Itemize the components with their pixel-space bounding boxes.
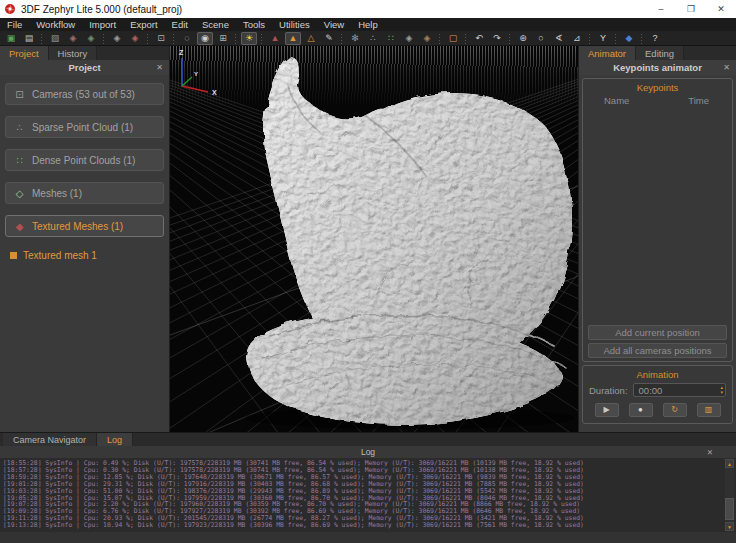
viewport-3d[interactable]: Z X Y: [170, 46, 578, 432]
menu-bar: FileWorkflowImportExportEditSceneToolsUt…: [0, 18, 736, 31]
log-area: [18:55:28] SysInfo | Cpu: 0.49 %; Disk (…: [0, 458, 736, 532]
show-dense-cloud-icon[interactable]: ∷: [383, 32, 399, 45]
paint-brush-icon[interactable]: ✎: [321, 32, 337, 45]
colored-points-view-icon[interactable]: ▲: [267, 32, 283, 45]
textured-mesh-tool-icon[interactable]: ◈: [127, 32, 143, 45]
close-button[interactable]: ✕: [706, 0, 736, 18]
settings-gears-icon[interactable]: ✻: [347, 32, 363, 45]
play-button[interactable]: ▶: [595, 403, 619, 417]
tab-editing[interactable]: Editing: [636, 46, 684, 60]
scrollbar-thumb[interactable]: [725, 498, 734, 520]
toolbar-separator: [146, 33, 150, 44]
tab-project[interactable]: Project: [0, 46, 49, 60]
transport-controls: ▶●↻▥: [586, 398, 729, 421]
minimize-button[interactable]: –: [646, 0, 676, 18]
export-video-button[interactable]: ▥: [697, 403, 721, 417]
menu-file[interactable]: File: [0, 18, 29, 31]
save-project-icon[interactable]: ▤: [21, 32, 37, 45]
wireframe-view-icon[interactable]: △: [303, 32, 319, 45]
menu-workflow[interactable]: Workflow: [29, 18, 82, 31]
menu-view[interactable]: View: [317, 18, 351, 31]
screenshot-icon[interactable]: ⊡: [153, 32, 169, 45]
circle-select-icon[interactable]: ○: [533, 32, 549, 45]
shaded-view-icon[interactable]: ▲: [285, 32, 301, 45]
menu-utilities[interactable]: Utilities: [272, 18, 317, 31]
x-axis-label: X: [212, 89, 217, 96]
tree-item-textured-mesh-1[interactable]: Textured mesh 1: [0, 248, 169, 262]
new-project-icon[interactable]: ▣: [3, 32, 19, 45]
animator-panel-title: Keypoints animator: [613, 62, 702, 73]
keypoints-group-title: Keypoints: [632, 82, 684, 93]
project-item-label: Meshes (1): [32, 188, 82, 199]
project-item-label: Cameras (53 out of 53): [32, 89, 135, 100]
show-textured-mesh-icon[interactable]: ◈: [419, 32, 435, 45]
duration-input[interactable]: 00:00 ▴ ▾: [633, 383, 726, 397]
animation-group: Animation Duration: 00:00 ▴ ▾ ▶●↻▥: [582, 365, 733, 424]
gizmo-tool-icon[interactable]: ⊛: [515, 32, 531, 45]
keypoints-col-name: Name: [604, 95, 629, 106]
animator-panel-close-icon[interactable]: ✕: [723, 60, 730, 75]
rotate-around-center-icon[interactable]: ◉: [197, 32, 213, 45]
duration-spinner[interactable]: ▴ ▾: [720, 385, 723, 395]
scroll-down-icon[interactable]: ▼: [725, 522, 734, 531]
view-cube-icon[interactable]: ◆: [621, 32, 637, 45]
scroll-up-icon[interactable]: ▲: [725, 459, 734, 468]
menu-import[interactable]: Import: [82, 18, 123, 31]
project-item-dense-point-clouds-1[interactable]: ∷Dense Point Clouds (1): [5, 149, 164, 171]
project-panel-close-icon[interactable]: ✕: [156, 60, 163, 75]
project-item-cameras-53-out-of-53[interactable]: ⊡Cameras (53 out of 53): [5, 83, 164, 105]
loop-button[interactable]: ↻: [663, 403, 687, 417]
spinner-down-icon[interactable]: ▾: [720, 390, 723, 395]
redo-icon[interactable]: ↷: [489, 32, 505, 45]
toolbar-separator: [40, 33, 44, 44]
undo-icon[interactable]: ↶: [471, 32, 487, 45]
mesh-tool-icon[interactable]: ◈: [109, 32, 125, 45]
orbit-mode-icon[interactable]: ◌: [179, 32, 195, 45]
project-item-sparse-point-cloud-1[interactable]: ∴Sparse Point Cloud (1): [5, 116, 164, 138]
project-panel: ProjectHistory Project ✕ ⊡Cameras (53 ou…: [0, 46, 170, 432]
log-lines: [18:55:28] SysInfo | Cpu: 0.49 %; Disk (…: [3, 460, 722, 529]
keypoints-columns: Name Time: [586, 93, 729, 106]
utilities-wrench-icon[interactable]: Y: [595, 32, 611, 45]
menu-help[interactable]: Help: [351, 18, 385, 31]
show-mesh-icon[interactable]: ◈: [401, 32, 417, 45]
lighting-bulb-icon[interactable]: ☀: [241, 32, 257, 45]
tab-log[interactable]: Log: [97, 433, 133, 446]
log-panel-close-icon[interactable]: ✕: [707, 448, 713, 457]
menu-scene[interactable]: Scene: [195, 18, 236, 31]
selection-rect-icon[interactable]: ▢: [445, 32, 461, 45]
scrollbar-track[interactable]: [725, 468, 734, 522]
tab-animator[interactable]: Animator: [579, 46, 636, 60]
tab-history[interactable]: History: [49, 46, 98, 60]
record-button[interactable]: ●: [629, 403, 653, 417]
textured-mesh-model: [170, 46, 578, 432]
menu-edit[interactable]: Edit: [165, 18, 195, 31]
menu-tools[interactable]: Tools: [236, 18, 272, 31]
toolbar-separator: [172, 33, 176, 44]
add-current-position-button[interactable]: Add current position: [588, 325, 727, 340]
select-cameras-icon[interactable]: ▨: [47, 32, 63, 45]
gamepad-mode-icon[interactable]: ⊞: [215, 32, 231, 45]
toolbar-separator: [340, 33, 344, 44]
dense-cloud-tool-icon[interactable]: ◈: [83, 32, 99, 45]
add-all-cameras-positions-button[interactable]: Add all cameras positions: [588, 343, 727, 358]
project-panel-header: Project ✕: [0, 60, 169, 75]
tab-camera-navigator[interactable]: Camera Navigator: [3, 433, 97, 446]
help-icon[interactable]: ?: [647, 32, 663, 45]
menu-export[interactable]: Export: [123, 18, 164, 31]
angle-tool-icon[interactable]: ∢: [551, 32, 567, 45]
axis-gizmo: Z X Y: [170, 46, 222, 102]
animator-panel-header: Keypoints animator ✕: [579, 60, 736, 75]
sparse-cloud-tool-icon[interactable]: ◈: [65, 32, 81, 45]
measure-tool-icon[interactable]: ⊿: [569, 32, 585, 45]
keypoints-list[interactable]: [586, 106, 729, 322]
camera-icon: ⊡: [14, 89, 25, 100]
project-item-textured-meshes-1[interactable]: ◆Textured Meshes (1): [5, 215, 164, 237]
log-scrollbar[interactable]: ▲ ▼: [725, 459, 734, 531]
duration-value: 00:00: [639, 385, 663, 396]
animation-group-title: Animation: [631, 369, 683, 380]
project-item-meshes-1[interactable]: ◇Meshes (1): [5, 182, 164, 204]
log-panel-header: Log ✕: [0, 446, 736, 458]
maximize-button[interactable]: ❐: [676, 0, 706, 18]
show-sparse-cloud-icon[interactable]: ∴: [365, 32, 381, 45]
